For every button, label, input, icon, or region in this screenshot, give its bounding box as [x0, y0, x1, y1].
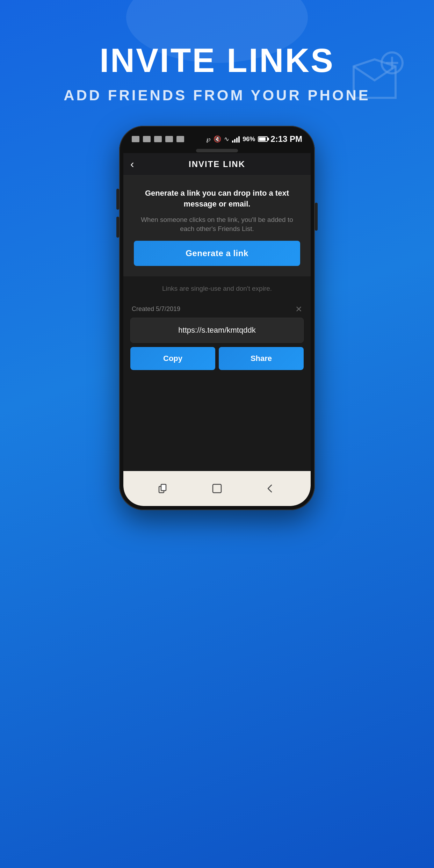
close-link-button[interactable]: ✕: [295, 304, 302, 314]
phone-outer: ℘ 🔇 ∿ 96% 2:13 PM: [119, 126, 315, 510]
app-content: Generate a link you can drop into a text…: [123, 175, 311, 471]
notification-icon-4: [165, 136, 173, 142]
info-sub-text: When someone clicks on the link, you'll …: [134, 215, 300, 234]
svg-rect-5: [213, 484, 221, 493]
link-url-display: https://s.team/kmtqddk: [130, 318, 304, 343]
info-main-text: Generate a link you can drop into a text…: [134, 188, 300, 210]
svg-rect-4: [161, 484, 166, 491]
volume-down-button: [116, 217, 119, 238]
app-header: ‹ INVITE LINK: [123, 153, 311, 175]
back-arrow-icon: [264, 482, 276, 495]
status-bar: ℘ 🔇 ∿ 96% 2:13 PM: [123, 130, 311, 148]
notch-bar: [196, 149, 238, 152]
back-nav-button[interactable]: [261, 482, 279, 496]
mute-icon: 🔇: [214, 135, 221, 143]
single-use-text: Links are single-use and don't expire.: [123, 276, 311, 301]
bottom-nav: [123, 471, 311, 506]
app-title: INVITE LINK: [189, 159, 245, 169]
phone-screen: ℘ 🔇 ∿ 96% 2:13 PM: [123, 130, 311, 506]
volume-up-button: [116, 189, 119, 210]
notification-icon-5: [176, 136, 184, 142]
notch: [123, 148, 311, 153]
phone-wrapper: ℘ 🔇 ∿ 96% 2:13 PM: [119, 126, 315, 510]
link-card-header: Created 5/7/2019 ✕: [130, 301, 304, 318]
page-subtitle: ADD FRIENDS FROM YOUR PHONE: [64, 86, 370, 105]
home-button[interactable]: [208, 482, 226, 496]
status-time: 2:13 PM: [270, 134, 302, 144]
signal-bars: [232, 136, 240, 143]
notification-icon-1: [132, 136, 139, 142]
notification-icon-3: [154, 136, 162, 142]
page-title: INVITE LINKS: [64, 42, 370, 79]
bluetooth-icon: ℘: [206, 135, 211, 143]
empty-space: [123, 370, 311, 471]
link-card: Created 5/7/2019 ✕ https://s.team/kmtqdd…: [130, 301, 304, 370]
status-icons-left: [132, 136, 184, 142]
notification-icon-2: [143, 136, 151, 142]
created-label: Created 5/7/2019: [132, 305, 180, 313]
share-button[interactable]: Share: [219, 347, 304, 370]
wifi-icon: ∿: [224, 135, 229, 143]
copy-button[interactable]: Copy: [130, 347, 215, 370]
generate-link-button[interactable]: Generate a link: [134, 241, 300, 266]
power-button: [315, 203, 318, 231]
link-actions: Copy Share: [130, 347, 304, 370]
info-card: Generate a link you can drop into a text…: [123, 175, 311, 276]
back-button[interactable]: ‹: [130, 158, 134, 171]
header-section: INVITE LINKS ADD FRIENDS FROM YOUR PHONE: [64, 42, 370, 105]
status-icons-right: ℘ 🔇 ∿ 96% 2:13 PM: [206, 134, 302, 144]
recent-apps-button[interactable]: [155, 482, 173, 496]
recent-apps-icon: [158, 482, 170, 495]
home-icon: [211, 482, 223, 495]
battery-percent: 96%: [243, 136, 255, 143]
battery-icon: [258, 136, 268, 142]
